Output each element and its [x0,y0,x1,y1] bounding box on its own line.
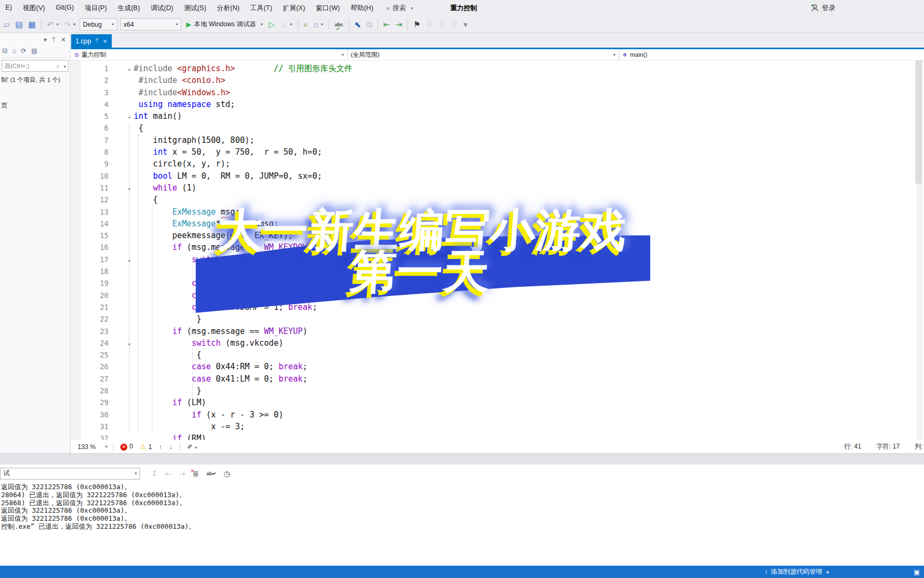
save-all-icon[interactable]: ▦ [26,19,38,29]
code-line[interactable]: 3 #include<Windows.h> [71,87,924,98]
prev-bookmark-icon[interactable]: ⚐ [423,19,435,29]
fold-arrow-icon[interactable]: ⌄ [115,254,134,265]
vertical-scrollbar[interactable] [917,60,923,440]
code-line[interactable]: 26 case 0x44:RM = 0; break; [71,361,924,372]
next-issue-icon[interactable]: ↓ [170,443,173,451]
code-line[interactable]: 10 bool LM = 0, RM = 0, JUMP=0, sx=0; [71,170,924,182]
code-line[interactable]: 32 if (RM) [71,432,924,440]
config-combo[interactable]: Debug▾ [80,18,117,31]
platform-combo[interactable]: x64▾ [120,18,181,31]
menu-item[interactable]: 调试(D) [145,2,179,15]
output-log[interactable]: 返回值为 3221225786 (0xc000013a)。28064) 已退出，… [1,483,750,531]
code-line[interactable]: 23 if (msg.message == WM_KEYUP) [71,325,924,337]
start-debug-button[interactable]: ▶本地 Windows 调试器▾ [186,20,263,29]
code-line[interactable]: 6 { [71,122,924,134]
menu-item[interactable]: 测试(S) [179,2,212,15]
prev-issue-icon[interactable]: ↑ [159,443,163,451]
chevron-down-icon[interactable]: ▾ [44,36,47,43]
next-bookmark-icon[interactable]: ⚐ [436,19,448,29]
solution-search-input[interactable]: 器(Ctrl+;) ⌕ ▾ [2,60,68,72]
code-line[interactable]: 7 initgraph(1500, 800); [71,134,924,146]
menu-item[interactable]: E) [0,2,18,15]
clear-all-icon[interactable]: ≣✕ [189,468,203,479]
copy-icon[interactable]: ⧉ [364,19,375,29]
error-icon: ✕ [120,444,127,451]
code-line[interactable]: 1⌄#include <graphics.h> // 引用图形库头文件 [71,63,924,74]
goto-message-icon[interactable]: ↧ [148,468,161,479]
pin-icon[interactable]: ⍑ [95,38,98,44]
sign-in-button[interactable]: 登录 [810,0,835,16]
code-line[interactable]: 11⌄ while (1) [71,182,924,194]
code-line[interactable]: 2 #include <conio.h> [71,74,924,86]
code-line[interactable]: 22 } [71,313,924,325]
scope-dropdown[interactable]: (全局范围) ▾ [348,49,619,60]
clear-bookmarks-icon[interactable]: ⚐ [448,19,460,29]
code-line[interactable]: 30 if (x - r - 3 >= 0) [71,409,924,421]
fold-arrow-icon[interactable]: ⌄ [115,182,134,194]
tab-1cpp[interactable]: 1.cpp ⍑ ✕ [71,34,112,48]
hot-reload-icon[interactable]: ♨▾ [278,19,295,29]
quick-fix-icon[interactable]: ✐▾ [187,443,197,451]
menu-item[interactable]: 生成(B) [112,2,145,15]
scrollbar-thumb[interactable] [915,60,922,184]
undo-icon[interactable]: ↶▾ [44,19,61,29]
switch-views-icon[interactable]: ⊟ [2,47,7,55]
code-line[interactable]: 9 circle(x, y, r); [71,158,924,170]
tree-item[interactable]: 页 [0,86,70,125]
outdent-icon[interactable]: ⇤ [381,19,393,29]
toolbar-separator [298,19,298,30]
toolbar-overflow-icon[interactable]: ▾ [461,19,471,29]
refresh-icon[interactable]: ⟳ [21,47,26,55]
search-box[interactable]: ⌕ 搜索 ▾ [386,4,413,13]
timestamp-icon[interactable]: ◷ [220,468,234,479]
navigate-cursor-icon[interactable]: ⬉ [352,19,364,29]
prev-message-icon[interactable]: ⇠ [161,468,175,479]
home-icon[interactable]: ⌂ [12,47,16,55]
next-message-icon[interactable]: ⇢ [175,468,189,479]
menu-item[interactable]: 帮助(H) [345,2,379,15]
pin-icon[interactable]: ⍑ [52,36,56,43]
code-line[interactable]: 31 x -= 3; [71,421,924,432]
add-to-source-control-button[interactable]: ↑ 添加到源代码管理 ▲ [765,567,830,576]
word-wrap-icon[interactable]: ab↵ [203,470,220,477]
code-line[interactable]: 29 if (LM) [71,397,924,408]
menu-item[interactable]: 扩展(X) [278,2,311,15]
new-file-icon[interactable]: ▱ [1,19,13,29]
line-number: 22 [71,313,115,325]
fold-arrow-icon[interactable]: ⌄ [115,63,134,74]
menu-item[interactable]: 项目(P) [79,2,112,15]
code-line[interactable]: 24⌄ switch (msg.vkcode) [71,337,924,349]
zoom-dropdown[interactable]: 133 % ▾ [78,443,113,451]
bookmark-icon[interactable]: ⚑ [411,19,423,29]
warning-count[interactable]: ⚠1 [140,443,152,451]
indent-icon[interactable]: ⇥ [392,19,405,29]
error-count[interactable]: ✕0 [120,443,133,451]
code-line[interactable]: 27 case 0x41:LM = 0; break; [71,373,924,385]
close-icon[interactable]: ✕ [103,39,107,44]
code-line[interactable]: 28 } [71,385,924,397]
menu-item[interactable]: 工具(T) [245,2,278,15]
menu-item[interactable]: 窗口(W) [311,2,345,15]
fold-arrow-icon[interactable]: ⌄ [115,110,134,122]
menu-item[interactable]: Git(G) [50,2,79,15]
solution-explorer-sync-icon[interactable]: ⌂▾ [311,19,326,29]
save-icon[interactable]: ▤ [13,19,26,29]
code-line[interactable]: 5⌄int main() [71,110,924,122]
member-dropdown[interactable]: ❖main() [619,49,924,60]
output-source-dropdown[interactable]: 试 ▾ [0,468,140,480]
code-line[interactable]: 8 int x = 50, y = 750, r = 50, h=0; [71,146,924,158]
spell-check-icon[interactable]: abc✓ [332,21,346,28]
menu-item[interactable]: 视图(V) [18,2,51,15]
project-dropdown[interactable]: ⊞重力控制 ▾ [71,49,348,60]
start-without-debug-icon[interactable]: ▷ [266,19,278,29]
redo-icon[interactable]: ↷▾ [61,19,79,29]
code-line[interactable]: 4 using namespace std; [71,98,924,110]
close-icon[interactable]: ✕ [61,36,66,43]
notifications-icon[interactable]: ▣ [914,568,920,576]
code-line[interactable]: 25 { [71,349,924,361]
find-in-files-icon[interactable]: ⌕ [301,19,311,29]
fold-arrow-icon[interactable]: ⌄ [115,337,134,349]
properties-icon[interactable]: ▤ [31,47,37,55]
pane-splitter[interactable] [0,453,924,465]
menu-item[interactable]: 分析(N) [212,2,245,15]
